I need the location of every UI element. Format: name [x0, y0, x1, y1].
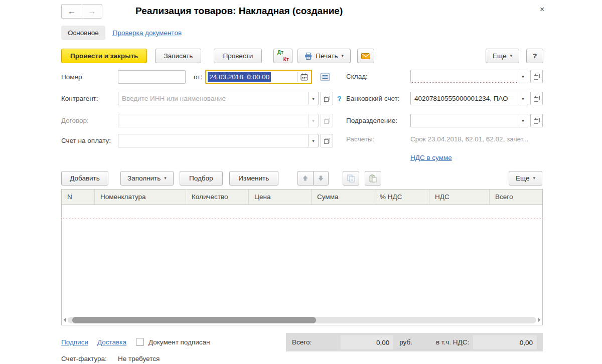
- arrow-down-icon: [318, 175, 324, 181]
- fill-label: Заполнить: [127, 174, 161, 182]
- edit-label: Изменить: [238, 174, 269, 182]
- payment-invoice-open-button[interactable]: [321, 134, 333, 147]
- fill-button[interactable]: Заполнить ▾: [120, 171, 174, 186]
- vat-total-value: 0,00: [473, 335, 537, 349]
- move-up-button[interactable]: [297, 171, 313, 186]
- scrollbar-thumb[interactable]: [72, 317, 316, 323]
- bank-account-value[interactable]: 40207810555000001234, ПАО: [411, 92, 518, 105]
- tab-main[interactable]: Основное: [61, 26, 105, 40]
- copy-rows-button[interactable]: [343, 171, 359, 186]
- totals-bar: Всего: 0,00 руб. в т.ч. НДС: 0,00: [286, 333, 543, 351]
- counterparty-help-icon[interactable]: ?: [337, 95, 342, 103]
- counterparty-input[interactable]: [118, 92, 308, 105]
- post-and-close-button[interactable]: Провести и закрыть: [61, 49, 147, 63]
- scroll-right-icon[interactable]: [538, 318, 540, 322]
- tab-document-check[interactable]: Проверка документов: [113, 29, 182, 37]
- paste-icon: [369, 174, 377, 183]
- edit-button[interactable]: Изменить: [229, 171, 278, 186]
- scrollbar-track[interactable]: [68, 317, 536, 323]
- contract-value: [118, 114, 308, 127]
- envelope-icon: [361, 53, 370, 59]
- date-value-selected[interactable]: 24.03.2018 0:00:00: [208, 72, 271, 82]
- column-header-7[interactable]: НДС: [429, 190, 490, 204]
- paste-rows-button[interactable]: [365, 171, 381, 186]
- bank-account-field[interactable]: 40207810555000001234, ПАО ▾: [410, 92, 528, 105]
- more-label: Еще: [493, 52, 506, 60]
- invoice-label: Счет-фактура:: [61, 355, 118, 362]
- forward-button[interactable]: →: [82, 4, 102, 19]
- more-button[interactable]: Еще ▾: [486, 49, 519, 63]
- items-table: NНоменклатураКоличествоЦенаСумма% НДСНДС…: [61, 189, 543, 325]
- contract-field: ▾: [118, 114, 319, 127]
- post-button[interactable]: Провести: [214, 49, 262, 63]
- help-button[interactable]: ?: [526, 49, 543, 63]
- currency-label: руб.: [399, 338, 412, 346]
- warehouse-label: Склад:: [346, 73, 410, 80]
- settlements-value[interactable]: Срок 23.04.2018, 62.01, 62.02, зачет...: [410, 135, 543, 143]
- counterparty-label: Контрагент:: [61, 95, 118, 102]
- department-open-button[interactable]: [530, 114, 543, 127]
- warehouse-value[interactable]: [411, 70, 518, 83]
- contract-label: Договор:: [61, 117, 118, 124]
- items-more-button[interactable]: Еще ▾: [509, 171, 542, 186]
- pick-button[interactable]: Подбор: [180, 171, 223, 186]
- invoice-value: Не требуется: [118, 355, 160, 362]
- add-row-button[interactable]: Добавить: [61, 171, 108, 186]
- save-button[interactable]: Записать: [155, 49, 201, 63]
- tab-bar: Основное Проверка документов: [61, 26, 182, 40]
- column-header-1[interactable]: N: [62, 190, 95, 204]
- delivery-link[interactable]: Доставка: [97, 338, 126, 346]
- counterparty-dropdown-icon[interactable]: ▾: [308, 92, 318, 105]
- bank-account-open-button[interactable]: [530, 92, 543, 105]
- total-label: Всего:: [292, 338, 312, 346]
- dt-kt-button[interactable]: Дт Кт: [273, 49, 292, 63]
- department-dropdown-icon[interactable]: ▾: [518, 114, 528, 127]
- bank-account-dropdown-icon[interactable]: ▾: [518, 92, 528, 105]
- column-header-6[interactable]: % НДС: [374, 190, 429, 204]
- counterparty-field[interactable]: ▾: [118, 92, 319, 105]
- move-row-group: [297, 171, 329, 186]
- number-field: [118, 70, 186, 84]
- items-more-dropdown-icon: ▾: [533, 176, 535, 180]
- back-button[interactable]: ←: [61, 4, 82, 19]
- department-field[interactable]: ▾: [410, 114, 528, 127]
- warehouse-dropdown-icon[interactable]: ▾: [518, 70, 528, 83]
- table-empty-row[interactable]: [62, 205, 542, 219]
- calendar-icon[interactable]: [297, 73, 311, 81]
- document-signed-checkbox[interactable]: [136, 338, 144, 346]
- payment-invoice-value[interactable]: [118, 134, 308, 147]
- email-button[interactable]: [357, 49, 374, 63]
- items-toolbar: Добавить Заполнить ▾ Подбор Изменить: [61, 171, 381, 186]
- post-label: Провести: [223, 52, 253, 60]
- column-header-3[interactable]: Количество: [186, 190, 249, 204]
- bank-account-label: Банковский счет:: [346, 95, 410, 102]
- warehouse-open-button[interactable]: [530, 70, 543, 83]
- row-department: Подразделение: ▾: [346, 114, 543, 127]
- close-icon[interactable]: ×: [540, 5, 544, 14]
- signatures-link[interactable]: Подписи: [61, 338, 88, 346]
- column-header-5[interactable]: Сумма: [312, 190, 374, 204]
- column-header-2[interactable]: Номенклатура: [95, 190, 186, 204]
- department-value[interactable]: [411, 114, 518, 127]
- contract-dropdown-icon: ▾: [308, 114, 318, 127]
- counterparty-open-button[interactable]: [321, 92, 333, 105]
- copy-icon: [347, 174, 355, 183]
- column-header-8[interactable]: Всего: [490, 190, 542, 204]
- related-documents-icon[interactable]: [318, 71, 332, 83]
- add-row-label: Добавить: [70, 174, 100, 182]
- vat-in-total-link[interactable]: НДС в сумме: [410, 154, 452, 161]
- date-field[interactable]: 24.03.2018 0:00:00: [205, 70, 312, 84]
- number-input[interactable]: [118, 71, 185, 83]
- column-header-4[interactable]: Цена: [249, 190, 312, 204]
- warehouse-field[interactable]: ▾: [410, 70, 528, 83]
- history-nav: ← →: [61, 4, 102, 19]
- payment-invoice-dropdown-icon[interactable]: ▾: [308, 134, 318, 147]
- help-label: ?: [533, 52, 537, 60]
- payment-invoice-field[interactable]: ▾: [118, 134, 319, 147]
- date-label: от:: [194, 73, 202, 81]
- pick-label: Подбор: [189, 174, 213, 182]
- move-down-button[interactable]: [313, 171, 329, 186]
- main-toolbar: Провести и закрыть Записать Провести Дт …: [61, 49, 374, 63]
- print-button[interactable]: Печать ▾: [297, 49, 351, 63]
- scroll-left-icon[interactable]: [64, 318, 66, 322]
